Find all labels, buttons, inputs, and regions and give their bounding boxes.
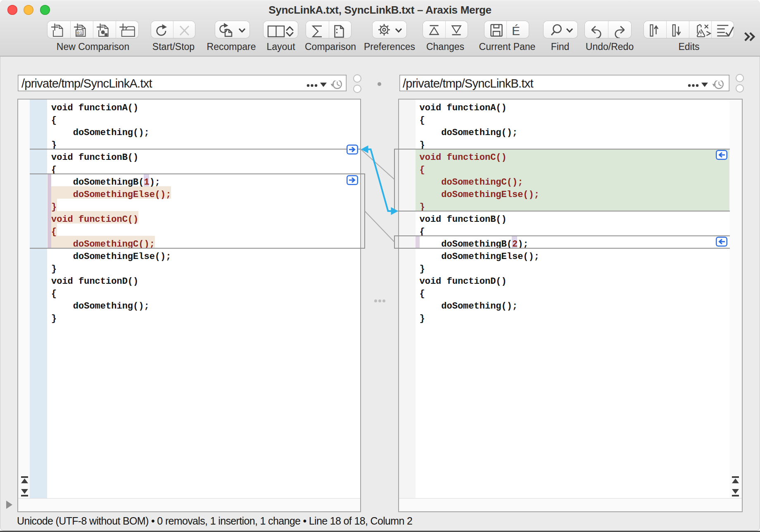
svg-text:É: É [512,24,520,38]
svg-text:01: 01 [77,31,83,36]
